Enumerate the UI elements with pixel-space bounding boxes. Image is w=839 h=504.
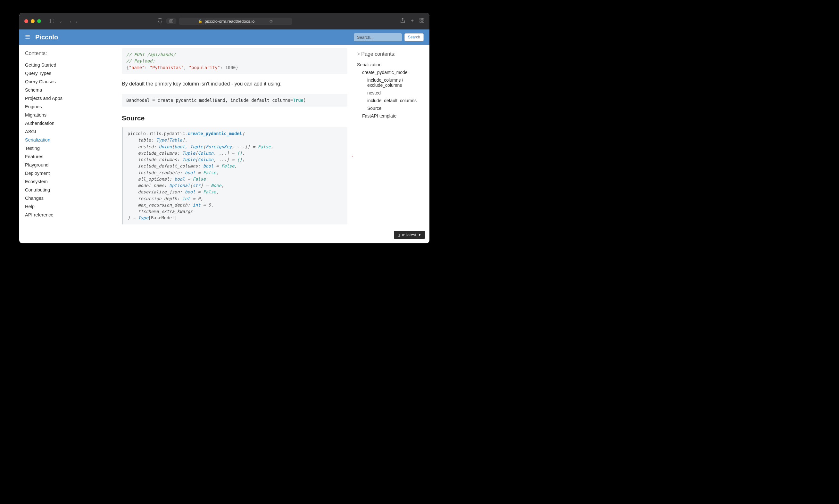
forward-icon[interactable]: › [75,18,79,25]
caret-down-icon: ▼ [418,233,421,237]
toc-item[interactable]: create_pydantic_model [357,69,425,76]
maximize-window-icon[interactable] [37,19,41,23]
page-body: Contents: Getting StartedQuery TypesQuer… [19,45,430,244]
nav-item-authentication[interactable]: Authentication [25,119,96,127]
tabs-icon[interactable] [419,18,424,25]
reader-icon[interactable] [166,18,176,24]
site-header: ☰ Piccolo Search [19,30,430,45]
version-label: v: latest [402,232,416,237]
new-tab-icon[interactable]: + [411,18,414,25]
back-icon[interactable]: ‹ [69,18,73,25]
nav-item-changes[interactable]: Changes [25,194,96,202]
browser-window: ⌄ ‹ › 🔒 piccolo-orm.readthedocs.io ⟳ + [19,13,430,244]
search-input[interactable] [354,33,402,41]
nav-item-query-types[interactable]: Query Types [25,69,96,77]
contents-heading: Contents: [25,51,96,56]
toc-item[interactable]: nested [357,89,425,97]
page-contents-heading: >Page contents: [357,51,425,57]
code-block-usage: BandModel = create_pydantic_model(Band, … [122,94,347,107]
svg-rect-9 [422,21,424,22]
nav-item-projects-and-apps[interactable]: Projects and Apps [25,94,96,103]
nav-item-migrations[interactable]: Migrations [25,111,96,119]
toc-item[interactable]: include_default_columns [357,97,425,104]
nav-item-asgi[interactable]: ASGI [25,127,96,136]
svg-rect-0 [49,19,54,23]
menu-icon[interactable]: ☰ [25,34,30,41]
titlebar: ⌄ ‹ › 🔒 piccolo-orm.readthedocs.io ⟳ + [19,13,430,30]
nav-item-features[interactable]: Features [25,152,96,161]
reload-icon[interactable]: ⟳ [269,19,273,24]
toc-item[interactable]: Source [357,104,425,112]
nav-item-api-reference[interactable]: API reference [25,211,96,219]
nav-item-testing[interactable]: Testing [25,144,96,152]
nav-item-help[interactable]: Help [25,202,96,211]
nav-list: Getting StartedQuery TypesQuery ClausesS… [25,61,96,219]
code-block-example: // POST /api/bands/ // Payload: {"name":… [122,48,347,74]
url-text: piccolo-orm.readthedocs.io [205,19,255,24]
nav-item-playground[interactable]: Playground [25,161,96,169]
nav-item-schema[interactable]: Schema [25,86,96,94]
sidebar-right: >Page contents: Serializationcreate_pyda… [352,45,430,244]
nav-item-getting-started[interactable]: Getting Started [25,61,96,69]
paragraph: By default the primary key column isn't … [122,81,347,87]
toc-item[interactable]: Serialization [357,61,425,69]
shield-icon[interactable] [156,18,163,25]
brand-title[interactable]: Piccolo [35,34,58,41]
lock-icon: 🔒 [198,19,203,23]
nav-item-ecosystem[interactable]: Ecosystem [25,177,96,186]
close-window-icon[interactable] [24,19,28,23]
annotation-arrow [349,141,352,159]
svg-rect-6 [420,18,421,20]
book-icon: ▯ [398,233,400,237]
main-content: // POST /api/bands/ // Payload: {"name":… [96,45,352,244]
nav-item-serialization[interactable]: Serialization [25,136,96,144]
toc-item[interactable]: FastAPI template [357,112,425,120]
nav-item-query-clauses[interactable]: Query Clauses [25,77,96,86]
sidebar-left: Contents: Getting StartedQuery TypesQuer… [19,45,96,244]
traffic-lights [24,19,41,23]
code-block-signature: piccolo.utils.pydantic.create_pydantic_m… [122,127,347,224]
svg-rect-8 [420,21,421,22]
sidebar-toggle-icon[interactable] [48,18,55,25]
toc-list: Serializationcreate_pydantic_modelinclud… [357,61,425,120]
svg-rect-7 [422,18,424,20]
chevron-down-icon[interactable]: ⌄ [57,18,64,25]
minimize-window-icon[interactable] [31,19,35,23]
nav-item-engines[interactable]: Engines [25,103,96,111]
nav-item-deployment[interactable]: Deployment [25,169,96,177]
share-icon[interactable] [400,18,405,25]
version-badge[interactable]: ▯ v: latest ▼ [394,231,425,239]
search-button[interactable]: Search [404,33,424,41]
url-area: 🔒 piccolo-orm.readthedocs.io ⟳ [156,18,292,25]
toc-item[interactable]: include_columns / exclude_columns [357,76,425,89]
section-heading-source: Source [122,114,347,122]
url-bar[interactable]: 🔒 piccolo-orm.readthedocs.io ⟳ [179,18,292,25]
nav-item-contributing[interactable]: Contributing [25,186,96,194]
